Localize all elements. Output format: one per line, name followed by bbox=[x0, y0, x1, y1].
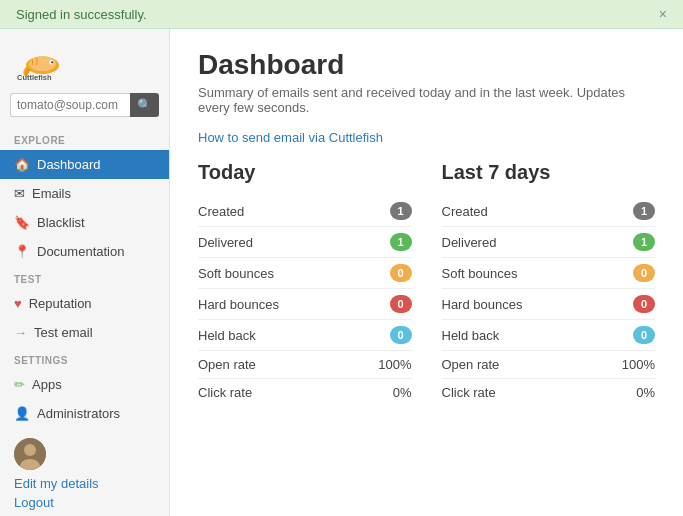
sidebar: Cuttlefish 🔍 EXPLORE 🏠 Dashboard ✉ Email… bbox=[0, 29, 170, 516]
sidebar-item-reputation[interactable]: ♥ Reputation bbox=[0, 289, 169, 318]
stat-label: Open rate bbox=[198, 357, 256, 372]
stat-value: 1 bbox=[390, 233, 412, 251]
sidebar-item-administrators-label: Administrators bbox=[37, 406, 120, 421]
sidebar-item-apps[interactable]: ✏ Apps bbox=[0, 370, 169, 399]
stat-row: Hard bounces0 bbox=[198, 289, 412, 320]
today-panel: Today Created1Delivered1Soft bounces0Har… bbox=[198, 161, 412, 406]
stat-badge: 0 bbox=[633, 264, 655, 282]
administrators-icon: 👤 bbox=[14, 406, 30, 421]
stat-value: 1 bbox=[633, 202, 655, 220]
stat-badge: 0 bbox=[390, 264, 412, 282]
cuttlefish-logo: Cuttlefish bbox=[14, 43, 74, 83]
stat-label: Click rate bbox=[198, 385, 252, 400]
stat-value: 1 bbox=[390, 202, 412, 220]
today-rows: Created1Delivered1Soft bounces0Hard boun… bbox=[198, 196, 412, 406]
stat-label: Click rate bbox=[442, 385, 496, 400]
stat-label: Created bbox=[442, 204, 488, 219]
notification-message: Signed in successfully. bbox=[16, 7, 147, 22]
stat-row: Held back0 bbox=[198, 320, 412, 351]
notification-banner: Signed in successfully. × bbox=[0, 0, 683, 29]
sidebar-item-dashboard-label: Dashboard bbox=[37, 157, 101, 172]
stat-value: 0% bbox=[393, 385, 412, 400]
stat-badge: 1 bbox=[633, 202, 655, 220]
stat-value: 0 bbox=[633, 264, 655, 282]
page-title: Dashboard bbox=[198, 49, 655, 81]
stat-row: Hard bounces0 bbox=[442, 289, 656, 320]
stat-label: Soft bounces bbox=[442, 266, 518, 281]
stat-label: Delivered bbox=[198, 235, 253, 250]
stat-value: 100% bbox=[378, 357, 411, 372]
documentation-icon: 📍 bbox=[14, 244, 30, 259]
search-button[interactable]: 🔍 bbox=[130, 93, 159, 117]
logout-link[interactable]: Logout bbox=[14, 493, 155, 512]
stat-row: Click rate0% bbox=[198, 379, 412, 406]
last7-panel-title: Last 7 days bbox=[442, 161, 656, 184]
sidebar-item-reputation-label: Reputation bbox=[29, 296, 92, 311]
sidebar-item-emails[interactable]: ✉ Emails bbox=[0, 179, 169, 208]
stat-label: Held back bbox=[442, 328, 500, 343]
stat-value: 0 bbox=[390, 326, 412, 344]
last7-rows: Created1Delivered1Soft bounces0Hard boun… bbox=[442, 196, 656, 406]
avatar-img bbox=[14, 438, 46, 470]
stat-row: Created1 bbox=[198, 196, 412, 227]
stat-row: Delivered1 bbox=[442, 227, 656, 258]
stat-value: 0 bbox=[390, 295, 412, 313]
stat-label: Held back bbox=[198, 328, 256, 343]
how-to-link[interactable]: How to send email via Cuttlefish bbox=[198, 130, 383, 145]
page-subtitle: Summary of emails sent and received toda… bbox=[198, 85, 655, 115]
stat-row: Open rate100% bbox=[442, 351, 656, 379]
sidebar-user: Edit my details Logout bbox=[0, 428, 169, 512]
svg-point-6 bbox=[24, 444, 36, 456]
stat-label: Soft bounces bbox=[198, 266, 274, 281]
sidebar-item-documentation[interactable]: 📍 Documentation bbox=[0, 237, 169, 266]
avatar bbox=[14, 438, 46, 470]
stat-badge: 1 bbox=[390, 202, 412, 220]
stat-badge: 0 bbox=[633, 326, 655, 344]
sidebar-item-apps-label: Apps bbox=[32, 377, 62, 392]
stat-row: Created1 bbox=[442, 196, 656, 227]
stat-badge: 0 bbox=[390, 326, 412, 344]
sidebar-item-test-email-label: Test email bbox=[34, 325, 93, 340]
stat-label: Created bbox=[198, 204, 244, 219]
sidebar-item-administrators[interactable]: 👤 Administrators bbox=[0, 399, 169, 428]
emails-icon: ✉ bbox=[14, 186, 25, 201]
search-input[interactable] bbox=[10, 93, 130, 117]
sidebar-search: 🔍 bbox=[0, 93, 169, 127]
stat-row: Soft bounces0 bbox=[442, 258, 656, 289]
stat-row: Held back0 bbox=[442, 320, 656, 351]
sidebar-logo: Cuttlefish bbox=[0, 29, 169, 93]
sidebar-item-test-email[interactable]: → Test email bbox=[0, 318, 169, 347]
test-section-label: TEST bbox=[0, 266, 169, 289]
main-content: Dashboard Summary of emails sent and rec… bbox=[170, 29, 683, 516]
notification-close-button[interactable]: × bbox=[659, 6, 667, 22]
stat-badge: 1 bbox=[390, 233, 412, 251]
stats-row: Today Created1Delivered1Soft bounces0Har… bbox=[198, 161, 655, 406]
stat-label: Hard bounces bbox=[198, 297, 279, 312]
explore-section-label: EXPLORE bbox=[0, 127, 169, 150]
stat-badge: 0 bbox=[633, 295, 655, 313]
stat-value: 0 bbox=[390, 264, 412, 282]
apps-icon: ✏ bbox=[14, 377, 25, 392]
dashboard-icon: 🏠 bbox=[14, 157, 30, 172]
sidebar-item-blacklist[interactable]: 🔖 Blacklist bbox=[0, 208, 169, 237]
stat-value: 0 bbox=[633, 295, 655, 313]
stat-value: 1 bbox=[633, 233, 655, 251]
sidebar-item-dashboard[interactable]: 🏠 Dashboard bbox=[0, 150, 169, 179]
stat-row: Click rate0% bbox=[442, 379, 656, 406]
test-email-icon: → bbox=[14, 325, 27, 340]
stat-row: Soft bounces0 bbox=[198, 258, 412, 289]
stat-row: Delivered1 bbox=[198, 227, 412, 258]
blacklist-icon: 🔖 bbox=[14, 215, 30, 230]
svg-point-3 bbox=[51, 61, 53, 63]
sidebar-item-emails-label: Emails bbox=[32, 186, 71, 201]
stat-badge: 0 bbox=[390, 295, 412, 313]
edit-details-link[interactable]: Edit my details bbox=[14, 474, 155, 493]
app-body: Cuttlefish 🔍 EXPLORE 🏠 Dashboard ✉ Email… bbox=[0, 29, 683, 516]
sidebar-item-blacklist-label: Blacklist bbox=[37, 215, 85, 230]
stat-value: 0% bbox=[636, 385, 655, 400]
reputation-icon: ♥ bbox=[14, 296, 22, 311]
stat-value: 0 bbox=[633, 326, 655, 344]
stat-badge: 1 bbox=[633, 233, 655, 251]
stat-label: Hard bounces bbox=[442, 297, 523, 312]
svg-text:Cuttlefish: Cuttlefish bbox=[17, 73, 52, 82]
